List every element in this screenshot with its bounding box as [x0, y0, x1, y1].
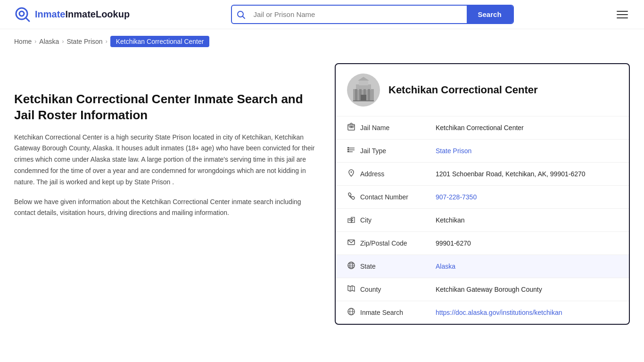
label-county: County — [360, 286, 436, 293]
svg-rect-30 — [352, 218, 353, 219]
chevron-icon: › — [34, 38, 36, 45]
svg-rect-14 — [353, 100, 374, 101]
chevron-icon: › — [106, 38, 107, 45]
logo-link[interactable]: InmateInmateLookup — [14, 6, 130, 23]
svg-rect-22 — [347, 147, 349, 148]
left-column: Ketchikan Correctional Center Inmate Sea… — [14, 63, 316, 325]
inmate-search-link[interactable]: https://doc.alaska.gov/institutions/ketc… — [436, 309, 562, 316]
value-city: Ketchikan — [436, 216, 618, 224]
svg-rect-12 — [361, 95, 366, 101]
breadcrumb-alaska[interactable]: Alaska — [39, 38, 59, 45]
search-icon — [232, 10, 250, 19]
mail-icon — [347, 238, 360, 248]
globe-icon — [347, 261, 360, 272]
hamburger-menu-icon[interactable] — [615, 9, 630, 20]
site-header: InmateInmateLookup Search — [0, 0, 644, 29]
svg-rect-29 — [350, 220, 351, 221]
svg-rect-23 — [347, 149, 349, 150]
location-icon — [347, 169, 360, 179]
value-address: 1201 Schoenbar Road, Ketchikan, AK, 9990… — [436, 170, 618, 178]
globe2-icon — [347, 307, 360, 318]
breadcrumb: Home › Alaska › State Prison › Ketchikan… — [0, 29, 644, 54]
label-jail-name: Jail Name — [360, 124, 436, 132]
breadcrumb-state-prison[interactable]: State Prison — [66, 38, 102, 45]
info-row-zip: Zip/Postal Code 99901-6270 — [336, 232, 629, 255]
info-row-city: City Ketchikan — [336, 209, 629, 232]
card-title: Ketchikan Correctional Center — [388, 84, 538, 96]
value-zip: 99901-6270 — [436, 239, 618, 247]
label-address: Address — [360, 170, 436, 178]
info-row-county: County Ketchikan Gateway Borough County — [336, 278, 629, 301]
breadcrumb-home[interactable]: Home — [14, 38, 32, 45]
svg-rect-7 — [359, 81, 368, 85]
page-title: Ketchikan Correctional Center Inmate Sea… — [14, 91, 316, 123]
label-state: State — [360, 263, 436, 270]
svg-line-4 — [243, 16, 245, 18]
svg-rect-16 — [350, 126, 351, 128]
label-contact: Contact Number — [360, 193, 436, 201]
svg-point-25 — [351, 172, 352, 173]
value-jail-type: State Prison — [436, 147, 618, 155]
search-input[interactable] — [250, 6, 467, 23]
state-link[interactable]: Alaska — [436, 263, 455, 270]
chevron-icon: › — [62, 38, 64, 45]
value-jail-name: Ketchikan Correctional Center — [436, 124, 618, 132]
search-button[interactable]: Search — [467, 6, 513, 23]
info-row-jail-type: Jail Type State Prison — [336, 140, 629, 163]
label-inmate-search: Inmate Search — [360, 309, 436, 316]
breadcrumb-current: Ketchikan Correctional Center — [110, 36, 210, 47]
building-icon — [347, 123, 360, 133]
right-column: Ketchikan Correctional Center — [335, 63, 630, 325]
card-header: Ketchikan Correctional Center — [336, 64, 629, 116]
svg-rect-17 — [352, 126, 353, 128]
label-jail-type: Jail Type — [360, 147, 436, 155]
info-row-contact: Contact Number 907-228-7350 — [336, 186, 629, 209]
svg-marker-38 — [348, 286, 355, 291]
search-wrapper: Search — [231, 5, 514, 24]
svg-point-3 — [238, 11, 243, 17]
svg-line-2 — [26, 18, 29, 21]
page-description-2: Below we have given information about th… — [14, 197, 316, 219]
info-table: Jail Name Ketchikan Correctional Center — [336, 116, 629, 324]
svg-rect-28 — [349, 220, 350, 221]
label-city: City — [360, 216, 436, 224]
value-contact: 907-228-7350 — [436, 193, 618, 201]
value-county: Ketchikan Gateway Borough County — [436, 286, 618, 293]
svg-rect-31 — [352, 220, 353, 221]
logo-text: InmateInmateLookup — [35, 9, 130, 20]
jail-type-link[interactable]: State Prison — [436, 147, 471, 155]
main-content: Ketchikan Correctional Center Inmate Sea… — [0, 54, 644, 344]
info-row-jail-name: Jail Name Ketchikan Correctional Center — [336, 116, 629, 140]
label-zip: Zip/Postal Code — [360, 239, 436, 247]
city-icon — [347, 215, 360, 225]
svg-marker-13 — [358, 77, 369, 81]
list-icon — [347, 146, 360, 156]
search-area: Search — [231, 5, 514, 24]
info-row-address: Address 1201 Schoenbar Road, Ketchikan, … — [336, 163, 629, 186]
phone-link[interactable]: 907-228-7350 — [436, 193, 477, 201]
page-description-1: Ketchikan Correctional Center is a high … — [14, 132, 316, 188]
logo-icon — [14, 6, 31, 23]
svg-rect-24 — [347, 151, 349, 152]
svg-rect-8 — [355, 89, 357, 101]
value-state: Alaska — [436, 263, 618, 270]
info-row-inmate-search: Inmate Search https://doc.alaska.gov/ins… — [336, 301, 629, 324]
info-card: Ketchikan Correctional Center — [335, 63, 630, 325]
svg-point-1 — [19, 11, 24, 16]
phone-icon — [347, 192, 360, 202]
facility-image — [347, 74, 380, 107]
map-icon — [347, 284, 360, 295]
value-inmate-search: https://doc.alaska.gov/institutions/ketc… — [436, 309, 618, 316]
svg-rect-11 — [368, 89, 370, 101]
info-row-state: State Alaska — [336, 255, 629, 278]
